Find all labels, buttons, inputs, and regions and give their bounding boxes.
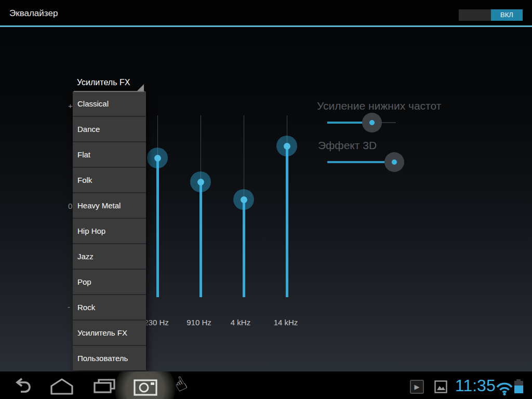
page-title: Эквалайзер (9, 0, 58, 27)
screenshot-camera-icon[interactable] (133, 377, 158, 396)
eq-band-slider-230hz[interactable] (147, 0, 168, 371)
scale-zero-label: 0 (68, 202, 72, 210)
band-label-910hz: 910 Hz (176, 318, 222, 327)
equalizer-toggle[interactable]: ВКЛ (459, 9, 523, 21)
preset-spinner[interactable]: Усилитель FX (77, 78, 130, 87)
eq-band-slider-910hz[interactable] (190, 0, 211, 371)
scale-minus-label: - (68, 302, 70, 311)
battery-icon (514, 381, 523, 393)
status-clock[interactable]: 11:35 (455, 377, 496, 394)
spinner-underline (74, 91, 144, 92)
recent-apps-icon[interactable] (94, 378, 115, 394)
slider-thumb-dot (154, 155, 161, 162)
preset-item-heavy-metal[interactable]: Heavy Metal (73, 193, 146, 219)
preset-item-flat[interactable]: Flat (73, 142, 146, 168)
slider-thumb[interactable] (362, 113, 382, 132)
gallery-notification-icon[interactable] (434, 380, 447, 393)
slider-fill (156, 158, 159, 297)
slider-thumb-dot (284, 143, 290, 150)
slider-fill (243, 200, 245, 297)
band-label-4khz: 4 kHz (217, 318, 264, 327)
navigation-bar: ☝ ▶ 11:35 (0, 371, 532, 399)
preset-dropdown: Classical Dance Flat Folk Heavy Metal Hi… (73, 91, 146, 370)
slider-thumb[interactable] (147, 148, 168, 168)
slider-fill (286, 146, 288, 297)
slider-thumb[interactable] (276, 136, 297, 156)
preset-item-polzovatel[interactable]: Пользователь (73, 346, 146, 370)
slider-thumb-dot (241, 196, 247, 203)
preset-item-usilitel-fx[interactable]: Усилитель FX (73, 321, 146, 346)
eq-band-slider-4khz[interactable] (233, 0, 254, 371)
bass-boost-slider[interactable] (327, 113, 396, 132)
preset-item-folk[interactable]: Folk (73, 168, 146, 193)
band-label-14khz: 14 kHz (262, 318, 309, 327)
slider-thumb-dot (197, 179, 204, 185)
slider-thumb[interactable] (190, 171, 211, 192)
preset-item-dance[interactable]: Dance (73, 117, 146, 142)
home-icon[interactable] (50, 378, 74, 395)
bass-boost-label: Усиление нижних частот (317, 100, 441, 112)
slider-thumb-dot (392, 159, 397, 165)
action-bar: Эквалайзер ВКЛ (0, 0, 532, 27)
preset-item-jazz[interactable]: Jazz (73, 244, 146, 270)
equalizer-screen: Эквалайзер ВКЛ Усилитель FX + 0 - 230 Hz… (0, 0, 532, 399)
preset-item-classical[interactable]: Classical (73, 91, 146, 117)
back-icon[interactable] (11, 378, 32, 394)
wifi-icon (495, 381, 514, 396)
slider-thumb[interactable] (233, 189, 254, 210)
effect-3d-slider[interactable] (327, 152, 396, 172)
preset-item-hip-hop[interactable]: Hip Hop (73, 219, 146, 244)
slider-thumb-dot (369, 120, 375, 125)
toggle-track (459, 9, 491, 21)
eq-band-slider-14khz[interactable] (276, 0, 297, 371)
play-notification-icon[interactable]: ▶ (410, 380, 424, 394)
preset-item-rock[interactable]: Rock (73, 295, 146, 321)
slider-fill (200, 182, 202, 297)
scale-plus-label: + (68, 101, 73, 110)
spinner-caret-icon (137, 84, 144, 91)
preset-item-pop[interactable]: Pop (73, 270, 146, 295)
effect-3d-label: Эффект 3D (318, 139, 377, 152)
toggle-on-label: ВКЛ (491, 9, 523, 21)
